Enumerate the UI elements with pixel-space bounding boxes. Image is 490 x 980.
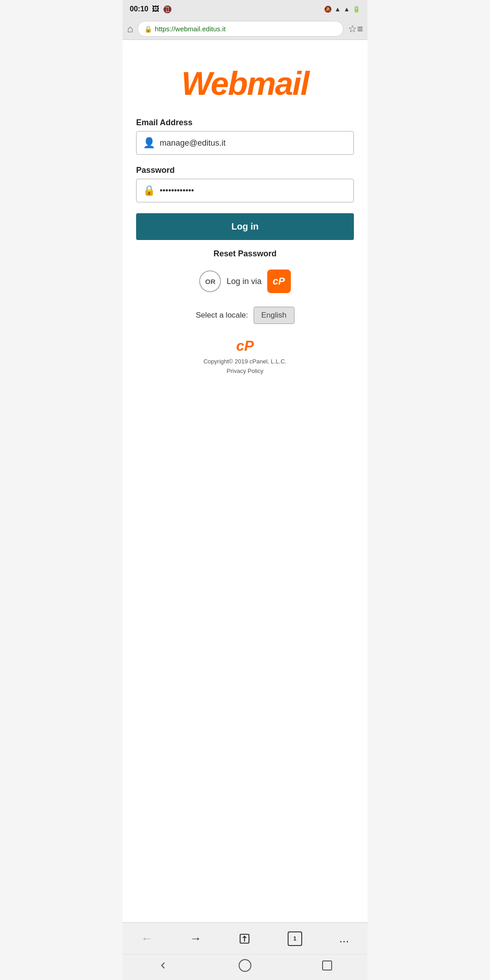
android-nav [122,954,368,980]
back-button[interactable]: ← [141,931,153,946]
status-time: 00:10 [130,5,148,13]
reset-password-link[interactable]: Reset Password [136,249,354,259]
locale-selector[interactable]: English [254,307,294,324]
email-input[interactable] [160,138,347,148]
notification-icon: 📵 [163,5,172,14]
status-bar: 00:10 🖼 📵 🔕 ▲ ▲ 🔋 [122,0,368,18]
login-form: Email Address 👤 Password 🔒 Log in Reset … [136,118,354,375]
url-bar[interactable]: 🔒 https://webmail.editus.it [137,21,343,37]
tab-count: 1 [288,931,302,946]
signal-icon: ▲ [343,5,350,13]
privacy-policy-link[interactable]: Privacy Policy [227,368,264,374]
copyright-text: Copyright© 2019 cPanel, L.L.C. [136,357,354,367]
or-login-row: OR Log in via cP [136,270,354,293]
android-back-button[interactable] [158,960,168,970]
logo-container: Webmail [181,67,309,100]
locale-label: Select a locale: [196,311,248,320]
android-home-button[interactable] [239,959,251,972]
email-input-wrapper: 👤 [136,131,354,155]
login-button[interactable]: Log in [136,213,354,240]
webmail-logo: Webmail [181,67,309,100]
password-input[interactable] [160,186,347,196]
email-label: Email Address [136,118,354,127]
main-content: Webmail Email Address 👤 Password 🔒 Log i… [122,40,368,922]
home-icon[interactable]: ⌂ [127,23,133,35]
cpanel-login-button[interactable]: cP [267,270,291,293]
password-input-wrapper: 🔒 [136,179,354,202]
android-recents-button[interactable] [322,960,332,970]
more-button[interactable]: ... [339,931,349,946]
battery-icon: 🔋 [353,5,360,13]
forward-button[interactable]: → [190,931,201,946]
lock-field-icon: 🔒 [143,185,155,196]
share-button[interactable] [239,933,250,945]
footer-area: cP Copyright© 2019 cPanel, L.L.C. Privac… [136,338,354,375]
password-label: Password [136,166,354,175]
locale-row: Select a locale: English [136,307,354,324]
cpanel-icon: cP [273,275,285,287]
wifi-icon: ▲ [334,5,341,13]
login-via-text: Log in via [226,277,261,286]
user-icon: 👤 [143,137,155,149]
tabs-button[interactable]: 1 [288,931,302,946]
lock-icon: 🔒 [144,25,152,33]
url-text: https://webmail.editus.it [155,25,225,33]
cpanel-footer-logo: cP [136,338,354,354]
mute-icon: 🔕 [324,5,332,13]
browser-bar: ⌂ 🔒 https://webmail.editus.it ☆≡ [122,18,368,40]
photo-icon: 🖼 [152,5,159,13]
browser-nav-bar: ← → 1 ... [122,922,368,954]
or-badge: OR [199,270,221,292]
bookmark-star-icon[interactable]: ☆≡ [348,23,363,35]
